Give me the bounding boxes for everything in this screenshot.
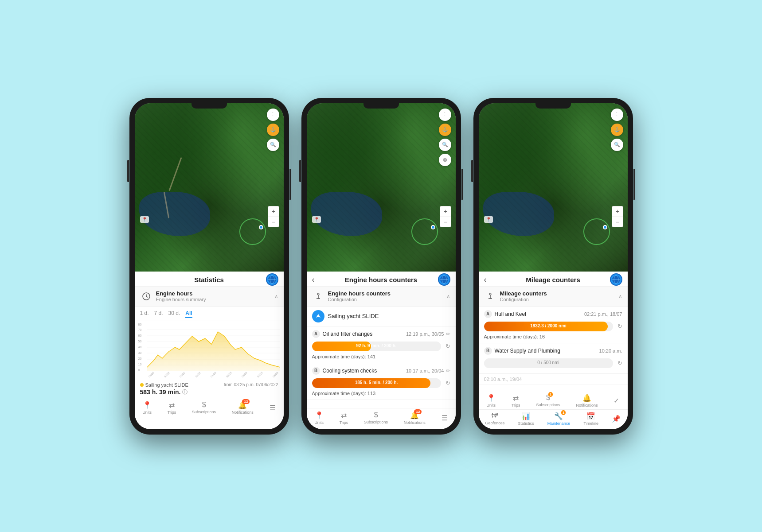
nav-subscriptions-2[interactable]: $ Subscriptions <box>364 411 388 424</box>
nav-geofences-3[interactable]: 🗺 Geofences <box>485 412 505 425</box>
subscriptions-label-1: Subscriptions <box>192 410 216 414</box>
back-btn-2[interactable]: ‹ <box>312 275 315 284</box>
counter-b-right: 10:17 a.m., 20/04 ✏ <box>406 368 450 374</box>
anchor-btn-3[interactable]: ⚓ <box>611 124 623 136</box>
anchor-btn-1[interactable]: ⚓ <box>267 124 279 136</box>
notification-badge-2: 12 <box>414 409 422 414</box>
counter-ma-refresh[interactable]: ↻ <box>617 323 622 330</box>
nav-done-3[interactable]: ✓ <box>614 396 619 405</box>
zoom-out-2[interactable]: − <box>440 217 451 227</box>
nav-maintenance-3[interactable]: 🔧 1 Maintenance <box>547 412 571 426</box>
maintenance-icon-3: 🔧 1 <box>554 412 563 420</box>
globe-btn-3[interactable] <box>610 273 622 286</box>
counter-b-2: B Cooling system checks 10:17 a.m., 20/0… <box>307 363 456 400</box>
counter-a-approx: Approximate time (days): 141 <box>312 354 450 359</box>
trips-label-2: Trips <box>340 420 348 425</box>
svg-point-17 <box>317 293 319 295</box>
bottom-panel-3: ‹ Mileage counters <box>479 272 628 429</box>
nav-trips-3[interactable]: ⇄ Trips <box>512 394 520 408</box>
counter-a-refresh[interactable]: ↻ <box>445 343 450 349</box>
counter-mb-refresh[interactable]: ↻ <box>617 360 622 366</box>
nav-notifications-3[interactable]: 🔔 Notifications <box>576 394 598 408</box>
back-btn-3[interactable]: ‹ <box>484 275 487 284</box>
counter-a-label-row: A Oil and filter changes <box>312 330 373 338</box>
search-btn-3[interactable]: 🔍 <box>611 139 623 151</box>
more-menu-btn-3[interactable]: ⋮ <box>611 109 623 121</box>
counter-ma-progress-row: 1932.3 / 2000 nmi ↻ <box>484 320 622 333</box>
panel-content-2: Engine hours counters Configuration ∧ Sa… <box>307 287 456 408</box>
notifications-label-1: Notifications <box>232 410 254 415</box>
more-menu-btn-2[interactable]: ⋮ <box>439 109 451 121</box>
map-trees-3 <box>479 103 628 272</box>
counter-b-name: Cooling system checks <box>323 368 377 374</box>
counter-ma-label-row: A Hull and Keel <box>484 310 526 318</box>
fork-icon-3 <box>484 290 496 303</box>
panel-title-2: Engine hours counters <box>345 276 417 283</box>
nav-statistics-3[interactable]: 📊 Statistics <box>518 412 534 426</box>
search-btn-1[interactable]: 🔍 <box>267 139 279 151</box>
nav-subscriptions-3[interactable]: $ 1 Subscriptions <box>536 394 560 407</box>
map-pin-3: 📍 <box>484 216 493 223</box>
counter-a-edit[interactable]: ✏ <box>446 331 450 337</box>
nav-pin-3[interactable]: 📌 <box>612 415 621 423</box>
counter-ma-right: 02:21 p.m., 18/07 <box>584 311 622 317</box>
zoom-out-1[interactable]: − <box>268 217 279 227</box>
side-btn-right-1 <box>289 169 291 200</box>
bottom-nav-2: 📍 Units ⇄ Trips $ Subscriptions 🔔 <box>307 408 456 429</box>
counter-c-3-partial: 02:10 a.m., 19/04 <box>479 374 628 385</box>
counter-ma-label: 1932.3 / 2000 nmi <box>527 323 570 328</box>
tab-all[interactable]: All <box>185 309 192 318</box>
globe-btn-2[interactable] <box>438 273 450 286</box>
nav-units-2[interactable]: 📍 Units <box>314 411 324 425</box>
eh-chevron[interactable]: ∧ <box>446 293 450 299</box>
nav-units-3[interactable]: 📍 Units <box>486 394 496 408</box>
units-icon-1: 📍 <box>143 401 152 409</box>
zoom-controls-2: + − <box>440 206 451 227</box>
search-btn-2[interactable]: 🔍 <box>439 139 451 151</box>
location-btn-2[interactable]: ◎ <box>439 154 451 166</box>
tab-1d[interactable]: 1 d. <box>140 309 149 318</box>
zoom-out-3[interactable]: − <box>612 217 623 227</box>
nav-more-1[interactable]: ☰ <box>270 404 276 412</box>
counter-a-letter: A <box>312 330 320 338</box>
x-axis-labels: 05/06 07/22 09/22 11/22 01/23 03/23 05/2… <box>147 376 280 379</box>
nav-units-1[interactable]: 📍 Units <box>142 401 152 415</box>
y-label-70: 70 <box>138 328 148 331</box>
panel-content-3: Mileage counters Configuration ∧ A Hull … <box>479 287 628 391</box>
counter-b-refresh[interactable]: ↻ <box>445 380 450 386</box>
trips-label-3: Trips <box>512 403 520 408</box>
phone-3: ⋮ ⚓ 🔍 + − 📍 ‹ Mileage counters <box>473 98 633 435</box>
notifications-label-3: Notifications <box>576 403 598 408</box>
tab-30d[interactable]: 30 d. <box>168 309 180 318</box>
maintenance-label-3: Maintenance <box>547 421 571 426</box>
counter-ma-progress: 1932.3 / 2000 nmi <box>484 322 613 331</box>
counter-a-label: 92 h. 9 min. / 200 h. <box>352 343 400 348</box>
nav-notifications-1[interactable]: 🔔 12 Notifications <box>232 401 254 415</box>
more-menu-btn-1[interactable]: ⋮ <box>267 109 279 121</box>
map-circle-2 <box>411 218 438 245</box>
anchor-btn-2[interactable]: ⚓ <box>439 124 451 136</box>
nav-timeline-3[interactable]: 📅 Timeline <box>583 412 598 426</box>
notch-1 <box>191 103 227 109</box>
counter-b-edit[interactable]: ✏ <box>446 368 450 374</box>
trips-icon-3: ⇄ <box>513 394 519 402</box>
stats-chevron[interactable]: ∧ <box>274 293 278 299</box>
mileage-section-text: Mileage counters Configuration <box>500 290 618 302</box>
nav-trips-1[interactable]: ⇄ Trips <box>168 401 176 415</box>
zoom-in-2[interactable]: + <box>440 206 451 217</box>
map-trees-1 <box>135 103 284 272</box>
zoom-in-3[interactable]: + <box>612 206 623 217</box>
nav-trips-2[interactable]: ⇄ Trips <box>340 411 348 425</box>
panel-title-3: Mileage counters <box>526 276 580 283</box>
mileage-chevron[interactable]: ∧ <box>618 293 622 299</box>
tab-7d[interactable]: 7 d. <box>154 309 163 318</box>
nav-subscriptions-1[interactable]: $ Subscriptions <box>192 401 216 414</box>
vessel-name-row: Sailing yacht SLIDE <box>140 382 188 388</box>
nav-more-2[interactable]: ☰ <box>442 414 448 422</box>
side-btn-left-2 <box>299 160 301 182</box>
counter-b-header: B Cooling system checks 10:17 a.m., 20/0… <box>312 367 450 375</box>
globe-btn-1[interactable] <box>266 273 278 286</box>
vessel-name-label: Sailing yacht SLIDE <box>145 382 188 388</box>
zoom-in-1[interactable]: + <box>268 206 279 217</box>
nav-notifications-2[interactable]: 🔔 12 Notifications <box>404 411 426 425</box>
